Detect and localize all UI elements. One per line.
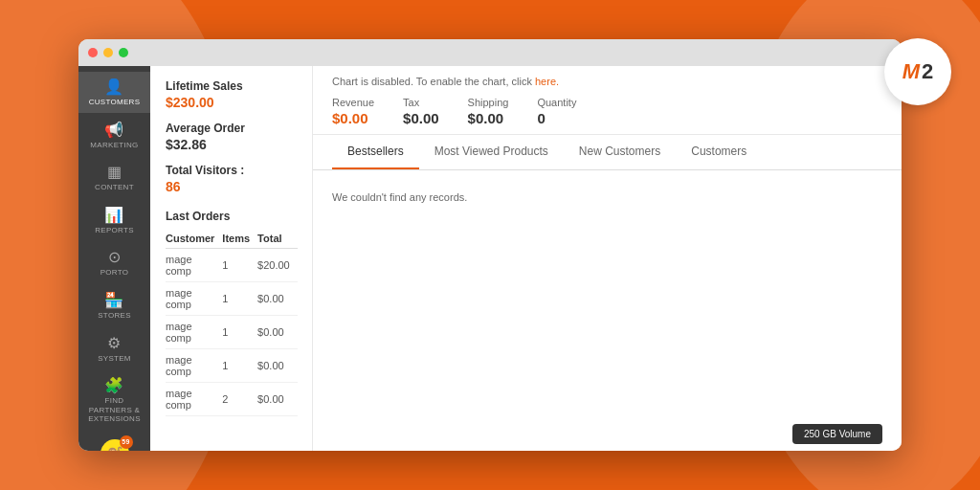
sidebar-item-system[interactable]: ⚙ SYSTEM: [78, 328, 150, 369]
metric-value: $0.00: [332, 110, 374, 126]
col-header-items: Items: [222, 229, 257, 249]
table-row: mage comp 1 $0.00: [166, 349, 298, 383]
last-orders-title: Last Orders: [166, 210, 297, 223]
magento-m-icon: M: [902, 59, 920, 84]
find-partners-icon: 🧩: [104, 378, 123, 393]
tab-new-customers[interactable]: New Customers: [564, 135, 676, 169]
expand-dot[interactable]: [119, 48, 128, 57]
cell-items: 1: [222, 282, 257, 316]
total-visitors-block: Total Visitors : 86: [166, 164, 297, 194]
volume-badge: 250 GB Volume: [792, 424, 882, 444]
tab-most-viewed[interactable]: Most Viewed Products: [419, 135, 564, 169]
total-visitors-value: 86: [166, 179, 297, 194]
cell-total: $0.00: [257, 282, 298, 316]
right-panel: Chart is disabled. To enable the chart, …: [313, 66, 902, 451]
cell-items: 2: [222, 383, 257, 416]
cell-customer: mage comp: [166, 383, 222, 416]
close-dot[interactable]: [88, 48, 98, 57]
lifetime-sales-block: Lifetime Sales $230.00: [166, 79, 297, 110]
sidebar-item-marketing[interactable]: 📢 MARKETING: [78, 115, 150, 156]
chart-notice-text: Chart is disabled. To enable the chart, …: [332, 76, 882, 87]
content-icon: ▦: [107, 165, 122, 180]
col-header-total: Total: [257, 229, 298, 249]
cell-items: 1: [222, 316, 257, 349]
tab-content: We couldn't find any records. 250 GB Vol…: [313, 170, 902, 451]
metric-label: Tax: [403, 97, 439, 108]
cell-total: $0.00: [257, 383, 298, 416]
chart-metric-block: Revenue $0.00: [332, 97, 374, 126]
porto-icon: ⊙: [108, 250, 121, 265]
magento-2-label: 2: [922, 59, 933, 84]
table-row: mage comp 1 $0.00: [166, 316, 298, 349]
minimize-dot[interactable]: [103, 48, 113, 57]
system-icon: ⚙: [107, 336, 121, 351]
sidebar-item-customers[interactable]: 👤 CUSTOMERS: [78, 72, 150, 113]
sidebar-item-find-partners[interactable]: 🧩 FIND PARTNERS & EXTENSIONS: [78, 370, 150, 430]
tab-bestsellers[interactable]: Bestsellers: [332, 135, 419, 169]
average-order-block: Average Order $32.86: [166, 122, 297, 152]
sidebar-reports-label: REPORTS: [95, 226, 134, 235]
cell-customer: mage comp: [166, 249, 222, 282]
sidebar: 👤 CUSTOMERS 📢 MARKETING ▦ CONTENT 📊 REPO…: [78, 66, 150, 451]
tabs-row: BestsellersMost Viewed ProductsNew Custo…: [332, 135, 882, 169]
cell-customer: mage comp: [166, 316, 222, 349]
sidebar-stores-label: STORES: [98, 311, 131, 321]
sidebar-system-label: SYSTEM: [98, 354, 131, 364]
orders-table: Customer Items Total mage comp 1 $20.00 …: [166, 229, 298, 416]
tab-customers[interactable]: Customers: [676, 135, 762, 169]
sidebar-item-reports[interactable]: 📊 REPORTS: [78, 200, 150, 241]
cell-total: $0.00: [257, 349, 298, 383]
customers-icon: 👤: [104, 79, 123, 95]
main-layout: 👤 CUSTOMERS 📢 MARKETING ▦ CONTENT 📊 REPO…: [78, 66, 902, 451]
lifetime-sales-value: $230.00: [166, 95, 297, 110]
chart-metrics: Revenue $0.00 Tax $0.00 Shipping $0.00 Q…: [332, 97, 882, 126]
table-row: mage comp 1 $20.00: [166, 249, 298, 282]
cell-customer: mage comp: [166, 282, 222, 316]
metric-value: $0.00: [468, 110, 509, 126]
metric-value: $0.00: [403, 110, 439, 126]
table-row: mage comp 1 $0.00: [166, 282, 298, 316]
browser-bar: [78, 39, 902, 66]
lifetime-sales-label: Lifetime Sales: [166, 79, 297, 93]
cell-customer: mage comp: [166, 349, 222, 383]
cell-items: 1: [222, 349, 257, 383]
metric-value: 0: [537, 110, 576, 126]
no-records-message: We couldn't find any records.: [332, 180, 882, 214]
magento-logo-badge: M 2: [884, 38, 951, 105]
chart-metric-block: Shipping $0.00: [468, 97, 509, 126]
sidebar-customers-label: CUSTOMERS: [89, 98, 141, 107]
stores-icon: 🏪: [104, 293, 123, 308]
sidebar-item-porto[interactable]: ⊙ PORTO: [78, 242, 150, 283]
cell-items: 1: [222, 249, 257, 282]
chart-section: Chart is disabled. To enable the chart, …: [313, 66, 902, 135]
sidebar-item-mailchimp[interactable]: 🐒 59 MAILCHIMP: [78, 432, 150, 451]
metric-label: Revenue: [332, 97, 374, 108]
sidebar-item-content[interactable]: ▦ CONTENT: [78, 157, 150, 198]
mailchimp-count-badge: 59: [120, 435, 133, 449]
sidebar-marketing-label: MARKETING: [90, 141, 138, 150]
sidebar-item-stores[interactable]: 🏪 STORES: [78, 285, 150, 326]
mailchimp-badge: 🐒 59: [100, 439, 129, 451]
chart-enable-link[interactable]: here.: [535, 76, 559, 87]
cell-total: $20.00: [257, 249, 298, 282]
col-header-customer: Customer: [166, 229, 222, 249]
sidebar-content-label: CONTENT: [95, 183, 134, 192]
chart-metric-block: Tax $0.00: [403, 97, 439, 126]
metric-label: Shipping: [468, 97, 509, 108]
total-visitors-label: Total Visitors :: [166, 164, 297, 177]
metric-label: Quantity: [537, 97, 576, 108]
marketing-icon: 📢: [104, 122, 123, 138]
tabs-section: BestsellersMost Viewed ProductsNew Custo…: [313, 135, 902, 170]
cell-total: $0.00: [257, 316, 298, 349]
chart-metric-block: Quantity 0: [537, 97, 576, 126]
average-order-label: Average Order: [166, 122, 297, 135]
sidebar-porto-label: PORTO: [100, 268, 129, 278]
browser-window: 👤 CUSTOMERS 📢 MARKETING ▦ CONTENT 📊 REPO…: [78, 39, 902, 451]
reports-icon: 📊: [104, 208, 123, 223]
sidebar-find-partners-label: FIND PARTNERS & EXTENSIONS: [82, 396, 146, 424]
average-order-value: $32.86: [166, 137, 297, 152]
left-panel: Lifetime Sales $230.00 Average Order $32…: [150, 66, 313, 451]
content-area: Lifetime Sales $230.00 Average Order $32…: [150, 66, 902, 451]
table-row: mage comp 2 $0.00: [166, 383, 298, 416]
